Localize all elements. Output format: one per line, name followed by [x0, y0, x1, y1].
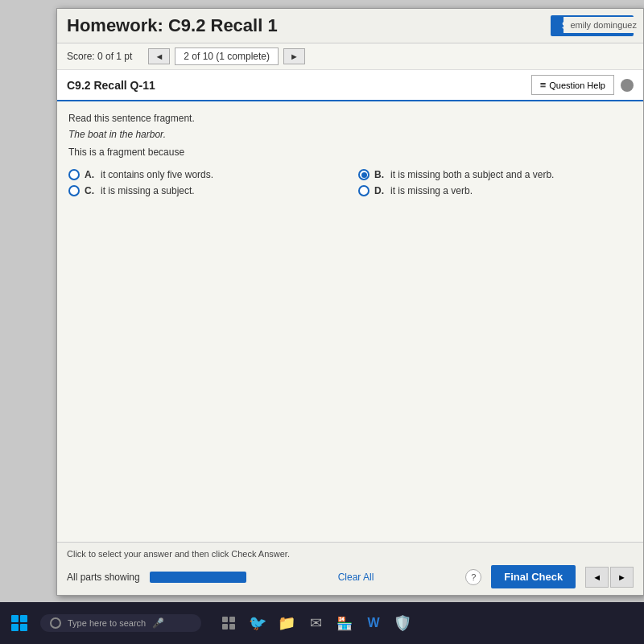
task-view-icon[interactable] [217, 612, 240, 634]
search-icon [50, 617, 61, 629]
option-a-label: A. [85, 169, 94, 180]
all-parts-label: All parts showing [67, 572, 140, 583]
nav-controls: ◄ 2 of 10 (1 complete) ► [148, 47, 305, 65]
option-c-text: it is missing a subject. [101, 185, 195, 196]
question-tools: ≡ Question Help [531, 75, 634, 95]
footer-bar: Click to select your answer and then cli… [57, 542, 643, 595]
score-text: Score: 0 of 1 pt [67, 51, 132, 62]
svg-rect-1 [229, 617, 235, 622]
question-id: C9.2 Recall Q-11 [67, 79, 155, 92]
option-a[interactable]: A. it contains only five words. [68, 169, 342, 180]
instruction-text: Read this sentence fragment. [68, 113, 632, 124]
gear-icon[interactable] [621, 79, 634, 92]
option-d-label: D. [374, 185, 384, 196]
option-b[interactable]: B. it is missing both a subject and a ve… [358, 169, 632, 180]
mail-icon[interactable]: ✉ [304, 612, 327, 634]
option-b-text: it is missing both a subject and a verb. [390, 169, 554, 180]
option-d[interactable]: D. it is missing a verb. [358, 185, 632, 196]
footer-controls: All parts showing Clear All ? Final Chec… [67, 565, 634, 588]
prev-question-button[interactable]: ◄ [148, 48, 170, 64]
score-bar: Score: 0 of 1 pt ◄ 2 of 10 (1 complete) … [57, 43, 643, 70]
progress-text: 2 of 10 (1 complete) [175, 47, 279, 65]
microphone-icon[interactable]: 🎤 [152, 617, 164, 629]
question-help-button[interactable]: ≡ Question Help [531, 75, 614, 95]
question-content: Read this sentence fragment. The boat in… [57, 101, 643, 542]
browser-window: emily dominguez Homework: C9.2 Recall 1 … [56, 8, 644, 596]
radio-c[interactable] [68, 185, 80, 196]
footer-next-button[interactable]: ► [610, 567, 634, 588]
taskbar: Type here to search 🎤 🐦 📁 ✉ 🏪 W 🛡️ [0, 602, 644, 644]
antivirus-icon[interactable]: 🛡️ [391, 612, 414, 634]
radio-d[interactable] [358, 185, 369, 196]
svg-rect-2 [222, 624, 228, 630]
username-text: emily dominguez [570, 20, 637, 30]
user-info: emily dominguez [564, 17, 643, 33]
option-c[interactable]: C. it is missing a subject. [68, 185, 342, 196]
store-icon[interactable]: 🏪 [333, 612, 356, 634]
progress-bar [150, 572, 246, 583]
twitter-icon[interactable]: 🐦 [246, 612, 269, 634]
help-circle[interactable]: ? [465, 569, 481, 585]
footer-nav-buttons: ◄ ► [585, 567, 634, 588]
option-b-label: B. [374, 169, 384, 180]
next-question-button[interactable]: ► [283, 48, 305, 64]
word-icon[interactable]: W [362, 612, 385, 634]
svg-rect-0 [222, 617, 228, 622]
windows-start-button[interactable] [6, 610, 32, 636]
final-check-button[interactable]: Final Check [491, 565, 576, 588]
page-title: Homework: C9.2 Recall 1 [67, 15, 278, 36]
fragment-text: The boat in the harbor. [68, 129, 632, 140]
screen: emily dominguez Homework: C9.2 Recall 1 … [0, 0, 644, 644]
option-c-label: C. [85, 185, 94, 196]
footer-instruction: Click to select your answer and then cli… [67, 549, 634, 559]
footer-prev-button[interactable]: ◄ [585, 567, 609, 588]
clear-all-button[interactable]: Clear All [338, 572, 374, 583]
search-placeholder: Type here to search [68, 618, 146, 628]
option-a-text: it contains only five words. [101, 169, 213, 180]
question-header: C9.2 Recall Q-11 ≡ Question Help [57, 70, 643, 101]
header-bar: Homework: C9.2 Recall 1 Save for Later [57, 9, 643, 43]
svg-rect-3 [229, 624, 235, 630]
radio-b[interactable] [358, 169, 369, 180]
list-icon: ≡ [540, 79, 547, 91]
question-prompt: This is a fragment because [68, 147, 632, 158]
answer-options: A. it contains only five words. B. it is… [68, 169, 632, 196]
taskbar-icons: 🐦 📁 ✉ 🏪 W 🛡️ [217, 612, 414, 634]
windows-icon [11, 615, 27, 631]
question-help-label: Question Help [549, 80, 605, 90]
file-explorer-icon[interactable]: 📁 [275, 612, 298, 634]
taskbar-search[interactable]: Type here to search 🎤 [40, 614, 201, 632]
radio-a[interactable] [68, 169, 80, 180]
option-d-text: it is missing a verb. [390, 185, 473, 196]
